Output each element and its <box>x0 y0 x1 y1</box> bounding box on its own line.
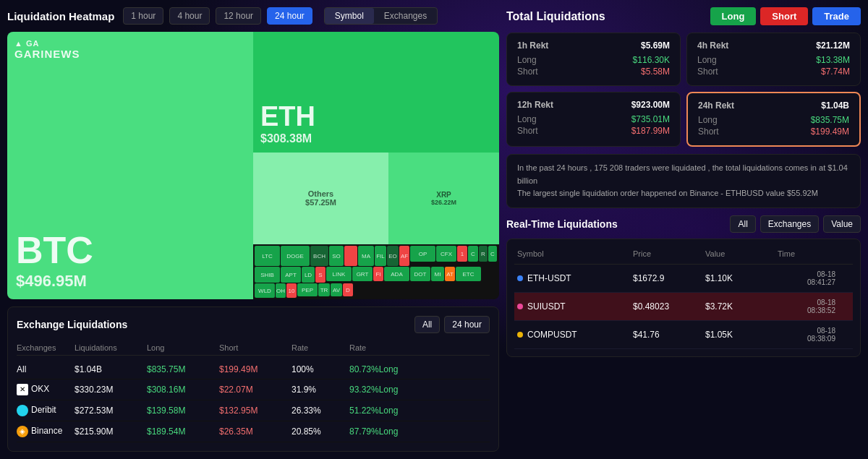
micro-bnb[interactable] <box>344 246 357 266</box>
time-btn-4h[interactable]: 4 hour <box>169 7 210 25</box>
row-okx-name: ✕OKX <box>17 384 75 395</box>
micro-d: D <box>343 283 353 296</box>
micro-shib[interactable]: SHIB <box>255 267 280 283</box>
btc-value: $496.95M <box>16 272 244 291</box>
row-okx-liq: $330.23M <box>75 385 147 395</box>
micro-mi[interactable]: MI <box>431 267 444 281</box>
liq-12h-value: $923.00M <box>631 100 670 110</box>
micro-ada[interactable]: ADA <box>384 267 409 281</box>
liq-1h-short-label: Short <box>517 67 538 77</box>
row-all-long: $835.75M <box>147 364 219 374</box>
liq-4h-long-value: $13.38M <box>816 55 850 65</box>
micro-pep[interactable]: PEP <box>297 283 318 296</box>
rt-table-header: Symbol Price Value Time <box>514 246 853 265</box>
heatmap-xrp-cell[interactable]: XRP $26.22M <box>388 153 499 245</box>
heatmap-toggle-group: Symbol Exchanges <box>324 7 438 25</box>
rt-col-value: Value <box>705 249 778 258</box>
action-buttons: Long Short Trade <box>710 7 861 25</box>
trade-button[interactable]: Trade <box>812 7 861 25</box>
exchange-row-okx: ✕OKX $330.23M $308.16M $22.07M 31.9% 93.… <box>17 379 490 400</box>
micro-ltc[interactable]: LTC <box>255 246 280 266</box>
row-all-rate: 100% <box>292 364 349 374</box>
rt-comp-value: $1.05K <box>705 330 778 340</box>
micro-bch[interactable]: BCH <box>310 246 328 266</box>
xrp-value: $26.22M <box>431 199 456 206</box>
exchange-row-binance: ◈Binance $215.90M $189.54M $26.35M 20.85… <box>17 421 490 442</box>
realtime-header: Real-Time Liquidations All Exchanges Val… <box>506 215 861 233</box>
col-exchanges: Exchanges <box>17 343 75 352</box>
heatmap-eth-cell[interactable]: ETH $308.38M <box>253 32 499 153</box>
short-button[interactable]: Short <box>760 7 808 25</box>
micro-apt[interactable]: APT <box>281 267 301 283</box>
rt-filter-value[interactable]: Value <box>823 215 861 233</box>
micro-fi[interactable]: FI <box>373 267 383 281</box>
liq-12h-title: 12h Rekt <box>517 100 553 110</box>
liq-12h-short-label: Short <box>517 126 538 136</box>
liq-1h-short-value: $5.58M <box>641 67 670 77</box>
rt-eth-time: 08-1808:41:27 <box>778 270 835 286</box>
liq-24h-long-value: $835.75M <box>811 115 849 125</box>
total-liq-header: Total Liquidations Long Short Trade <box>506 7 861 25</box>
exchange-section-header: Exchange Liquidations All 24 hour <box>17 316 490 333</box>
micro-tr: TR <box>318 283 330 296</box>
micro-r1: R <box>479 246 488 262</box>
others-value: $57.25M <box>305 198 336 207</box>
rt-row-sui: SUIUSDT $0.48023 $3.72K 08-1808:38:52 <box>514 293 853 321</box>
exchange-filter-all[interactable]: All <box>414 316 440 333</box>
rt-sui-value: $3.72K <box>705 301 778 312</box>
rt-eth-price: $1672.9 <box>633 273 705 283</box>
micro-wld[interactable]: WLD <box>255 283 275 298</box>
col-liquidations: Liquidations <box>75 343 147 352</box>
rt-sui-time: 08-1808:38:52 <box>778 299 835 314</box>
row-okx-short: $22.07M <box>219 385 292 395</box>
micro-ma[interactable]: MA <box>358 246 374 266</box>
eth-value: $308.38M <box>260 132 492 145</box>
micro-op[interactable]: OP <box>410 246 435 262</box>
micro-link[interactable]: LINK <box>326 267 352 281</box>
rt-filter-all[interactable]: All <box>730 215 755 233</box>
heatmap-btc-cell[interactable]: ▲ GA GARINEWS BTC $496.95M <box>7 32 253 299</box>
toggle-exchanges[interactable]: Exchanges <box>374 8 437 24</box>
micro-c1: C <box>468 246 478 262</box>
micro-doge[interactable]: DOGE <box>281 246 310 266</box>
micro-fil[interactable]: FIL <box>375 246 386 266</box>
row-deribit-rate: 26.33% <box>292 406 349 416</box>
rt-sui-price: $0.48023 <box>633 301 705 312</box>
long-button[interactable]: Long <box>710 7 757 25</box>
realtime-filters: All Exchanges Value <box>730 215 861 233</box>
micro-i1: 1 <box>457 246 467 262</box>
binance-icon: ◈ <box>17 426 28 437</box>
row-deribit-name: Deribit <box>17 405 75 416</box>
micro-ld[interactable]: LD <box>302 267 315 283</box>
rt-row-comp: COMPUSDT $41.76 $1.05K 08-1808:38:09 <box>514 321 853 349</box>
row-deribit-long: $139.58M <box>147 406 219 416</box>
micro-s2: S <box>315 267 326 283</box>
row-binance-long: $189.54M <box>147 426 219 437</box>
heatmap-container: ▲ GA GARINEWS BTC $496.95M ETH $308.38M <box>7 32 499 299</box>
micro-sol[interactable]: SO <box>329 246 344 266</box>
rt-filter-exchanges[interactable]: Exchanges <box>760 215 819 233</box>
rt-eth-symbol: ETH-USDT <box>517 273 633 283</box>
time-btn-1h[interactable]: 1 hour <box>123 7 163 25</box>
row-binance-ratelong: 87.79%Long <box>349 426 422 437</box>
micro-at: AT <box>445 267 455 281</box>
liq-1h-long-value: $116.30K <box>633 55 670 65</box>
row-deribit-short: $132.95M <box>219 406 292 416</box>
row-okx-ratelong: 93.32%Long <box>349 385 422 395</box>
rt-col-price: Price <box>633 249 705 258</box>
rt-sui-symbol: SUIUSDT <box>517 301 633 312</box>
liq-12h-long-label: Long <box>517 114 537 124</box>
heatmap-others-cell[interactable]: Others $57.25M <box>253 153 388 245</box>
row-all-name: All <box>17 364 75 374</box>
micro-cfx[interactable]: CFX <box>436 246 456 262</box>
time-btn-12h[interactable]: 12 hour <box>216 7 261 25</box>
time-btn-24h[interactable]: 24 hour <box>267 7 312 25</box>
micro-eo[interactable]: EO <box>387 246 399 266</box>
micro-dot[interactable]: DOT <box>410 267 430 281</box>
col-long: Long <box>147 343 219 352</box>
toggle-symbol[interactable]: Symbol <box>325 8 374 24</box>
micro-grt[interactable]: GRT <box>352 267 373 281</box>
micro-etc[interactable]: ETC <box>456 267 481 281</box>
micro-af[interactable]: AF <box>399 246 409 266</box>
exchange-filter-time[interactable]: 24 hour <box>444 316 490 333</box>
